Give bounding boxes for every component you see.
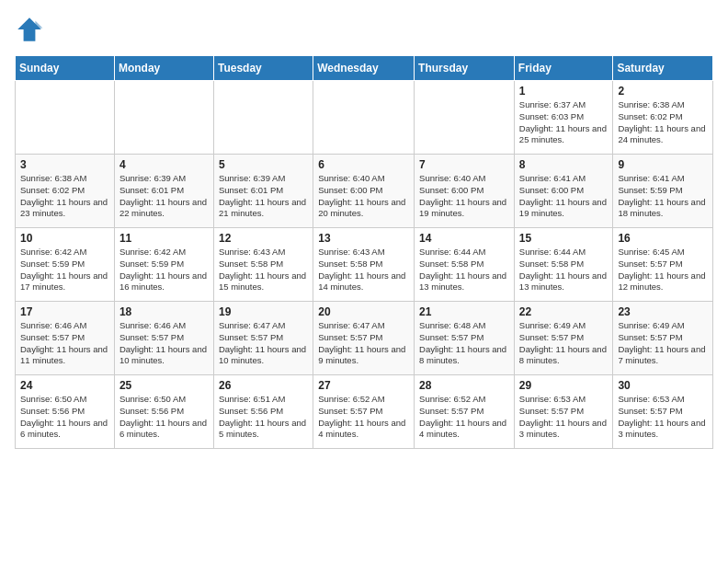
day-number: 21 bbox=[419, 305, 509, 318]
day-info: Sunrise: 6:39 AM Sunset: 6:01 PM Dayligh… bbox=[219, 173, 308, 220]
day-info: Sunrise: 6:42 AM Sunset: 5:59 PM Dayligh… bbox=[119, 247, 209, 293]
day-info: Sunrise: 6:39 AM Sunset: 6:01 PM Dayligh… bbox=[119, 173, 209, 220]
page-header bbox=[15, 15, 713, 44]
empty-cell bbox=[415, 81, 515, 155]
day-number: 11 bbox=[119, 232, 209, 245]
day-number: 28 bbox=[419, 379, 509, 392]
day-info: Sunrise: 6:45 AM Sunset: 5:57 PM Dayligh… bbox=[618, 247, 708, 293]
day-number: 7 bbox=[419, 158, 509, 171]
day-number: 30 bbox=[618, 379, 708, 392]
weekday-header-thursday: Thursday bbox=[415, 56, 515, 81]
day-info: Sunrise: 6:52 AM Sunset: 5:57 PM Dayligh… bbox=[318, 394, 409, 441]
day-info: Sunrise: 6:47 AM Sunset: 5:57 PM Dayligh… bbox=[219, 320, 308, 367]
day-number: 12 bbox=[219, 232, 308, 245]
logo bbox=[15, 15, 48, 44]
day-info: Sunrise: 6:40 AM Sunset: 6:00 PM Dayligh… bbox=[419, 173, 509, 220]
week-row-3: 10Sunrise: 6:42 AM Sunset: 5:59 PM Dayli… bbox=[16, 228, 713, 302]
day-info: Sunrise: 6:37 AM Sunset: 6:03 PM Dayligh… bbox=[519, 99, 609, 146]
weekday-header-sunday: Sunday bbox=[16, 56, 115, 81]
day-info: Sunrise: 6:50 AM Sunset: 5:56 PM Dayligh… bbox=[20, 394, 109, 441]
day-cell-15: 15Sunrise: 6:44 AM Sunset: 5:58 PM Dayli… bbox=[514, 228, 613, 302]
day-info: Sunrise: 6:43 AM Sunset: 5:58 PM Dayligh… bbox=[219, 247, 308, 293]
svg-marker-0 bbox=[17, 17, 41, 41]
day-info: Sunrise: 6:40 AM Sunset: 6:00 PM Dayligh… bbox=[318, 173, 409, 220]
week-row-1: 1Sunrise: 6:37 AM Sunset: 6:03 PM Daylig… bbox=[16, 81, 713, 155]
svg-marker-1 bbox=[35, 20, 42, 28]
weekday-header-tuesday: Tuesday bbox=[213, 56, 313, 81]
day-cell-11: 11Sunrise: 6:42 AM Sunset: 5:59 PM Dayli… bbox=[114, 228, 213, 302]
day-info: Sunrise: 6:46 AM Sunset: 5:57 PM Dayligh… bbox=[20, 320, 109, 367]
day-info: Sunrise: 6:49 AM Sunset: 5:57 PM Dayligh… bbox=[618, 320, 708, 367]
day-cell-2: 2Sunrise: 6:38 AM Sunset: 6:02 PM Daylig… bbox=[613, 81, 713, 155]
day-number: 4 bbox=[119, 158, 209, 171]
day-cell-21: 21Sunrise: 6:48 AM Sunset: 5:57 PM Dayli… bbox=[415, 302, 515, 375]
day-cell-12: 12Sunrise: 6:43 AM Sunset: 5:58 PM Dayli… bbox=[213, 228, 313, 302]
day-number: 1 bbox=[519, 85, 609, 98]
week-row-2: 3Sunrise: 6:38 AM Sunset: 6:02 PM Daylig… bbox=[16, 155, 713, 228]
day-number: 10 bbox=[20, 232, 109, 245]
day-cell-16: 16Sunrise: 6:45 AM Sunset: 5:57 PM Dayli… bbox=[613, 228, 713, 302]
week-row-5: 24Sunrise: 6:50 AM Sunset: 5:56 PM Dayli… bbox=[16, 375, 713, 449]
day-cell-22: 22Sunrise: 6:49 AM Sunset: 5:57 PM Dayli… bbox=[514, 302, 613, 375]
day-number: 27 bbox=[318, 379, 409, 392]
empty-cell bbox=[213, 81, 313, 155]
day-number: 20 bbox=[318, 305, 409, 318]
empty-cell bbox=[313, 81, 415, 155]
day-cell-30: 30Sunrise: 6:53 AM Sunset: 5:57 PM Dayli… bbox=[613, 375, 713, 449]
day-info: Sunrise: 6:41 AM Sunset: 5:59 PM Dayligh… bbox=[618, 173, 708, 220]
weekday-header-saturday: Saturday bbox=[613, 56, 713, 81]
day-cell-9: 9Sunrise: 6:41 AM Sunset: 5:59 PM Daylig… bbox=[613, 155, 713, 228]
day-info: Sunrise: 6:51 AM Sunset: 5:56 PM Dayligh… bbox=[219, 394, 308, 441]
day-number: 3 bbox=[20, 158, 109, 171]
day-cell-17: 17Sunrise: 6:46 AM Sunset: 5:57 PM Dayli… bbox=[16, 302, 115, 375]
weekday-header-row: SundayMondayTuesdayWednesdayThursdayFrid… bbox=[16, 56, 713, 81]
weekday-header-friday: Friday bbox=[514, 56, 613, 81]
day-cell-26: 26Sunrise: 6:51 AM Sunset: 5:56 PM Dayli… bbox=[213, 375, 313, 449]
weekday-header-monday: Monday bbox=[114, 56, 213, 81]
day-cell-18: 18Sunrise: 6:46 AM Sunset: 5:57 PM Dayli… bbox=[114, 302, 213, 375]
day-cell-13: 13Sunrise: 6:43 AM Sunset: 5:58 PM Dayli… bbox=[313, 228, 415, 302]
day-number: 23 bbox=[618, 305, 708, 318]
day-cell-1: 1Sunrise: 6:37 AM Sunset: 6:03 PM Daylig… bbox=[514, 81, 613, 155]
day-number: 18 bbox=[119, 305, 209, 318]
day-cell-23: 23Sunrise: 6:49 AM Sunset: 5:57 PM Dayli… bbox=[613, 302, 713, 375]
day-info: Sunrise: 6:44 AM Sunset: 5:58 PM Dayligh… bbox=[419, 247, 509, 293]
day-cell-20: 20Sunrise: 6:47 AM Sunset: 5:57 PM Dayli… bbox=[313, 302, 415, 375]
day-cell-29: 29Sunrise: 6:53 AM Sunset: 5:57 PM Dayli… bbox=[514, 375, 613, 449]
day-cell-3: 3Sunrise: 6:38 AM Sunset: 6:02 PM Daylig… bbox=[16, 155, 115, 228]
day-number: 15 bbox=[519, 232, 609, 245]
day-number: 9 bbox=[618, 158, 708, 171]
day-number: 2 bbox=[618, 85, 708, 98]
day-number: 6 bbox=[318, 158, 409, 171]
day-info: Sunrise: 6:43 AM Sunset: 5:58 PM Dayligh… bbox=[318, 247, 409, 293]
day-cell-5: 5Sunrise: 6:39 AM Sunset: 6:01 PM Daylig… bbox=[213, 155, 313, 228]
day-cell-27: 27Sunrise: 6:52 AM Sunset: 5:57 PM Dayli… bbox=[313, 375, 415, 449]
day-number: 29 bbox=[519, 379, 609, 392]
day-info: Sunrise: 6:49 AM Sunset: 5:57 PM Dayligh… bbox=[519, 320, 609, 367]
calendar: SundayMondayTuesdayWednesdayThursdayFrid… bbox=[15, 55, 713, 449]
day-info: Sunrise: 6:50 AM Sunset: 5:56 PM Dayligh… bbox=[119, 394, 209, 441]
day-cell-25: 25Sunrise: 6:50 AM Sunset: 5:56 PM Dayli… bbox=[114, 375, 213, 449]
day-info: Sunrise: 6:48 AM Sunset: 5:57 PM Dayligh… bbox=[419, 320, 509, 367]
day-cell-24: 24Sunrise: 6:50 AM Sunset: 5:56 PM Dayli… bbox=[16, 375, 115, 449]
day-cell-10: 10Sunrise: 6:42 AM Sunset: 5:59 PM Dayli… bbox=[16, 228, 115, 302]
day-cell-7: 7Sunrise: 6:40 AM Sunset: 6:00 PM Daylig… bbox=[415, 155, 515, 228]
day-number: 25 bbox=[119, 379, 209, 392]
day-cell-8: 8Sunrise: 6:41 AM Sunset: 6:00 PM Daylig… bbox=[514, 155, 613, 228]
day-number: 17 bbox=[20, 305, 109, 318]
day-cell-19: 19Sunrise: 6:47 AM Sunset: 5:57 PM Dayli… bbox=[213, 302, 313, 375]
day-info: Sunrise: 6:53 AM Sunset: 5:57 PM Dayligh… bbox=[519, 394, 609, 441]
day-info: Sunrise: 6:38 AM Sunset: 6:02 PM Dayligh… bbox=[618, 99, 708, 146]
weekday-header-wednesday: Wednesday bbox=[313, 56, 415, 81]
day-info: Sunrise: 6:47 AM Sunset: 5:57 PM Dayligh… bbox=[318, 320, 409, 367]
day-info: Sunrise: 6:41 AM Sunset: 6:00 PM Dayligh… bbox=[519, 173, 609, 220]
day-number: 5 bbox=[219, 158, 308, 171]
empty-cell bbox=[114, 81, 213, 155]
day-cell-4: 4Sunrise: 6:39 AM Sunset: 6:01 PM Daylig… bbox=[114, 155, 213, 228]
day-number: 8 bbox=[519, 158, 609, 171]
day-info: Sunrise: 6:44 AM Sunset: 5:58 PM Dayligh… bbox=[519, 247, 609, 293]
empty-cell bbox=[16, 81, 115, 155]
day-info: Sunrise: 6:52 AM Sunset: 5:57 PM Dayligh… bbox=[419, 394, 509, 441]
day-number: 16 bbox=[618, 232, 708, 245]
week-row-4: 17Sunrise: 6:46 AM Sunset: 5:57 PM Dayli… bbox=[16, 302, 713, 375]
